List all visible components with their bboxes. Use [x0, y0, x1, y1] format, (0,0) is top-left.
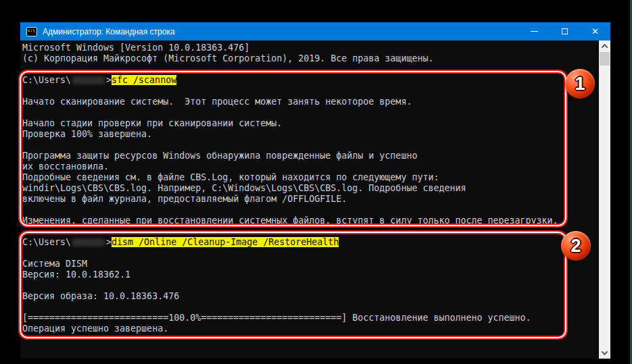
close-button[interactable]: ✕	[580, 22, 610, 41]
maximize-icon	[562, 28, 568, 34]
badge-number: 2	[570, 236, 581, 257]
annotation-box-sfc	[18, 70, 568, 228]
window-title: Администратор: Командная строка	[43, 27, 175, 36]
maximize-button[interactable]	[550, 22, 580, 41]
annotation-badge-1: 1	[565, 69, 595, 99]
close-icon: ✕	[591, 27, 599, 36]
scroll-up-button[interactable]	[599, 41, 610, 52]
chevron-up-icon	[602, 44, 608, 51]
annotation-box-dism	[18, 230, 568, 340]
vertical-scrollbar[interactable]	[599, 41, 610, 359]
scrollbar-thumb[interactable]	[600, 52, 610, 66]
chevron-down-icon	[602, 348, 608, 355]
scroll-down-button[interactable]	[599, 347, 610, 359]
annotation-badge-2: 2	[561, 231, 591, 261]
minimize-icon	[531, 31, 538, 32]
titlebar[interactable]: c:\_ Администратор: Командная строка ✕	[20, 22, 610, 41]
minimize-button[interactable]	[519, 22, 550, 41]
badge-number: 1	[575, 74, 585, 95]
console-line: Microsoft Windows [Version 10.0.18363.47…	[22, 43, 558, 53]
window-controls: ✕	[519, 22, 610, 41]
console-line: (c) Корпорация Майкрософт (Microsoft Cor…	[22, 53, 558, 64]
cmd-app-icon[interactable]: c:\_	[26, 27, 37, 36]
